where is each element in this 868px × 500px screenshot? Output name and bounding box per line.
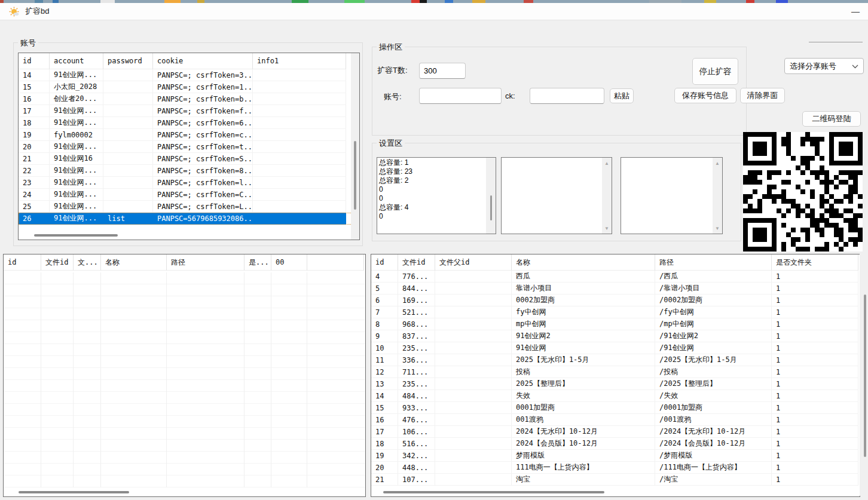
table-cell (103, 81, 153, 93)
files-right-hscroll-thumb[interactable] (383, 491, 604, 493)
table-cell: 7 (371, 306, 398, 318)
expand-t-input[interactable] (419, 63, 466, 79)
account-input[interactable] (419, 88, 502, 104)
header-cell[interactable]: info1 (253, 53, 346, 69)
settings-list-3[interactable]: ▲ ▼ (621, 157, 723, 234)
scroll-up-icon[interactable]: ▲ (602, 159, 612, 167)
table-cell: PANPSC=; csrfToken=1... (153, 81, 253, 93)
table-cell (435, 378, 512, 390)
table-row[interactable]: 6169...0002加盟商/0002加盟商1 (371, 295, 860, 306)
table-row[interactable]: 20448...111电商一【上货内容】/111电商一【上货内容】1 (371, 462, 860, 474)
header-cell[interactable]: 文... (74, 254, 101, 271)
settings-list-2[interactable]: ▲ ▼ (501, 157, 612, 234)
table-row[interactable]: 15小太阳_2028PANPSC=; csrfToken=1... (19, 81, 359, 93)
header-cell[interactable]: 名称 (512, 254, 655, 271)
table-row[interactable]: 1891创业网...PANPSC=; csrfToken=6... (19, 117, 359, 129)
header-cell[interactable] (307, 254, 364, 271)
scroll-up-icon[interactable]: ▲ (713, 159, 722, 167)
header-cell[interactable]: id (4, 254, 41, 271)
table-row[interactable]: 15933...0001加盟商/0001加盟商1 (371, 402, 860, 414)
header-cell[interactable]: account (50, 53, 103, 69)
table-row[interactable]: 16创业者20...PANPSC=; csrfToken=b... (19, 93, 359, 105)
table-row[interactable]: 7521...fy中创网/fy中创网1 (371, 306, 860, 318)
table-cell (103, 93, 153, 105)
minimize-button[interactable]: — (851, 8, 860, 14)
scroll-down-icon[interactable]: ▼ (602, 224, 612, 232)
paste-button[interactable]: 粘贴 (610, 88, 634, 103)
table-row[interactable]: 14484...失效/失效1 (371, 390, 860, 402)
table-cell: 17 (19, 105, 50, 117)
table-row[interactable]: 13235...2025【整理后】/2025【整理后】1 (371, 378, 860, 390)
table-row[interactable]: 17106...2024【无水印】10-12月/2024【无水印】10-12月1 (371, 426, 860, 438)
header-cell[interactable]: 路径 (167, 254, 244, 271)
table-cell: /91创业网 (655, 342, 772, 354)
settings-list-1[interactable]: 总容量: 1 总容量: 23 总容量: 2 0 0 总容量: 4 0 (377, 157, 496, 234)
table-cell: 91创业网... (50, 189, 103, 201)
stop-expand-button[interactable]: 停止扩容 (692, 58, 738, 85)
files-table-right[interactable]: id文件id文件父id名称路径是否文件夹4776...西瓜/西瓜15844...… (371, 254, 860, 497)
files-right-vscroll-thumb[interactable] (864, 295, 866, 457)
header-cell[interactable]: 是否文件夹 (772, 254, 858, 271)
table-row[interactable]: 16476...001渡鸦/001渡鸦1 (371, 414, 860, 426)
table-row[interactable]: 12711...投稿/投稿1 (371, 366, 860, 378)
header-cell[interactable]: 00 (271, 254, 307, 271)
table-row[interactable]: 2391创业网...PANPSC=; csrfToken=l... (19, 177, 359, 189)
header-cell[interactable]: 是... (244, 254, 271, 271)
share-account-combobox-value: 选择分享账号 (790, 61, 836, 72)
save-account-button[interactable]: 保存账号信息 (674, 88, 736, 103)
table-row[interactable]: 1791创业网...PANPSC=; csrfToken=f... (19, 105, 359, 117)
table-row[interactable]: 2591创业网...PANPSC=; csrfToken=L... (19, 201, 359, 213)
header-cell[interactable]: 名称 (101, 254, 167, 271)
table-row[interactable]: 2091创业网...PANPSC=; csrfToken=t... (19, 141, 359, 153)
table-cell: /111电商一【上货内容】 (655, 462, 772, 474)
qr-login-button[interactable]: 二维码登陆 (802, 111, 861, 127)
table-row[interactable]: 5844...靠谱小项目/靠谱小项目1 (371, 283, 860, 295)
files-table-left[interactable]: id文件id文...名称路径是...00 (3, 254, 366, 497)
header-cell[interactable]: password (103, 53, 153, 69)
table-row[interactable]: 10235...91创业网/91创业网1 (371, 342, 860, 354)
table-row[interactable]: 8968...mp中创网/mp中创网1 (371, 318, 860, 330)
table-cell (435, 366, 512, 378)
header-cell[interactable]: 文件id (41, 254, 74, 271)
table-row[interactable]: 2691创业网...listPANPSC=5679685932086... (19, 213, 359, 225)
settings-groupbox: 设置区 总容量: 1 总容量: 23 总容量: 2 0 0 总容量: 4 0 ▲… (372, 143, 741, 241)
accounts-vscrollbar[interactable] (351, 53, 359, 240)
table-row[interactable]: 9837...91创业网2/91创业网21 (371, 330, 860, 342)
table-row[interactable]: 4776...西瓜/西瓜1 (371, 271, 860, 283)
table-cell: 001渡鸦 (512, 414, 655, 426)
column-separator (244, 272, 271, 487)
table-row[interactable]: 2491创业网...PANPSC=; csrfToken=C... (19, 189, 359, 201)
table-row[interactable]: 19fylm00002PANPSC=; csrfToken=c... (19, 129, 359, 141)
settings-list-1-scrollbar[interactable] (486, 158, 496, 234)
column-separator (4, 272, 41, 487)
header-cell[interactable]: 文件父id (435, 254, 512, 271)
table-cell: 0002加盟商 (512, 295, 655, 306)
settings-list-1-lines: 总容量: 1 总容量: 23 总容量: 2 0 0 总容量: 4 0 (379, 158, 485, 221)
accounts-table[interactable]: idaccountpasswordcookieinfo11491创业网...PA… (18, 53, 360, 240)
table-row[interactable]: 2291创业网...PANPSC=; csrfToken=8... (19, 165, 359, 177)
settings-list-2-scrollbar[interactable]: ▲ ▼ (602, 158, 612, 234)
table-row[interactable]: 19342...梦雨模版/梦雨模版1 (371, 450, 860, 462)
files-left-hscroll-thumb[interactable] (19, 491, 129, 493)
header-cell[interactable]: id (371, 254, 398, 271)
scroll-down-icon[interactable]: ▼ (713, 224, 722, 232)
share-account-combobox[interactable]: 选择分享账号 (784, 58, 864, 74)
table-cell: /2024【无水印】10-12月 (655, 426, 772, 438)
settings-list-3-scrollbar[interactable]: ▲ ▼ (713, 158, 722, 234)
header-cell[interactable]: cookie (153, 53, 253, 69)
header-cell[interactable]: 文件id (398, 254, 435, 271)
table-row[interactable]: 1491创业网...PANPSC=; csrfToken=3... (19, 69, 359, 81)
table-row[interactable]: 18516...2024【会员版】10-12月/2024【会员版】10-12月1 (371, 438, 860, 450)
ck-input[interactable] (530, 88, 604, 104)
header-cell[interactable]: id (19, 53, 50, 69)
clear-ui-button[interactable]: 清除界面 (740, 88, 785, 103)
table-row[interactable]: 2191创业网16PANPSC=; csrfToken=S... (19, 153, 359, 165)
accounts-vscroll-thumb[interactable] (354, 141, 356, 210)
accounts-hscroll-thumb[interactable] (34, 234, 118, 237)
settings-list-1-scroll-thumb[interactable] (490, 195, 492, 220)
header-cell[interactable]: 路径 (655, 254, 772, 271)
table-cell: 25 (19, 201, 50, 213)
ops-group-label: 操作区 (377, 42, 405, 53)
table-row[interactable]: 11336...2025【无水印】1-5月/2025【无水印】1-5月1 (371, 354, 860, 366)
table-row[interactable]: 21107...淘宝/淘宝1 (371, 474, 860, 486)
